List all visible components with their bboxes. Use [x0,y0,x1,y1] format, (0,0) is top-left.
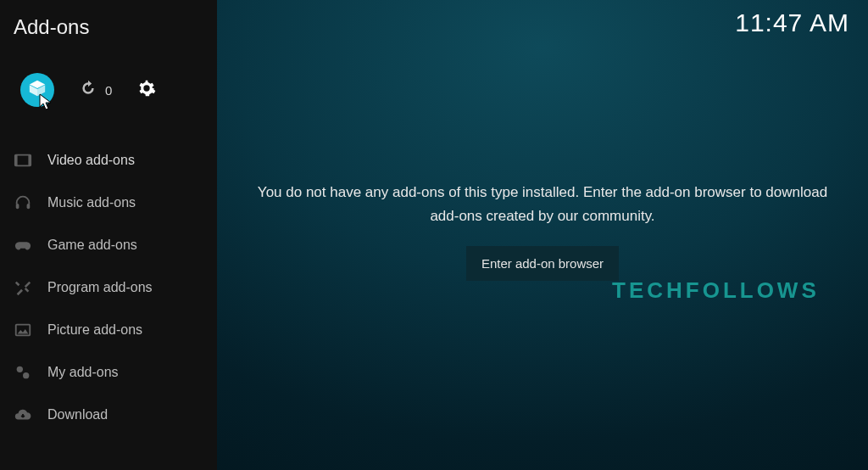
clock: 11:47 AM [735,8,849,37]
svg-rect-1 [15,155,18,166]
nav-label: Music add-ons [47,195,136,210]
open-box-icon [28,79,47,101]
tools-icon [14,278,32,297]
svg-rect-4 [16,204,19,209]
nav-my-addons[interactable]: My add-ons [0,351,217,394]
page-title: Add-ons [0,0,217,39]
update-count: 0 [105,83,112,98]
nav-label: Video add-ons [47,153,135,168]
image-icon [14,321,32,339]
addon-browser-button[interactable] [20,73,54,107]
sidebar-toolbar: 0 [0,39,217,107]
nav-game-addons[interactable]: Game add-ons [0,224,217,266]
category-nav: Video add-ons Music add-ons Game add-ons [0,139,217,436]
nav-label: Game add-ons [47,238,137,253]
gears-icon [14,363,32,382]
svg-rect-0 [15,155,31,166]
nav-download[interactable]: Download [0,394,217,436]
svg-point-8 [23,372,29,378]
nav-picture-addons[interactable]: Picture add-ons [0,309,217,351]
refresh-icon [80,80,97,100]
svg-point-7 [17,366,23,372]
headphones-icon [14,193,32,212]
nav-label: Program add-ons [47,280,153,295]
gamepad-icon [14,236,32,255]
watermark: TECHFOLLOWS [612,277,820,304]
nav-label: Download [47,407,108,422]
svg-rect-2 [28,155,31,166]
updates-button[interactable]: 0 [80,80,112,100]
empty-state-message: You do not have any add-ons of this type… [254,181,831,227]
enter-addon-browser-button[interactable]: Enter add-on browser [466,246,619,281]
cloud-download-icon [14,406,32,424]
nav-video-addons[interactable]: Video add-ons [0,139,217,182]
nav-program-addons[interactable]: Program add-ons [0,266,217,309]
svg-rect-5 [27,204,31,209]
video-icon [14,151,32,170]
nav-music-addons[interactable]: Music add-ons [0,182,217,224]
gear-icon [137,86,156,100]
main-content: 11:47 AM You do not have any add-ons of … [217,0,868,470]
sidebar: Add-ons 0 [0,0,217,470]
settings-button[interactable] [137,79,156,101]
nav-label: My add-ons [47,365,119,380]
nav-label: Picture add-ons [47,322,142,338]
